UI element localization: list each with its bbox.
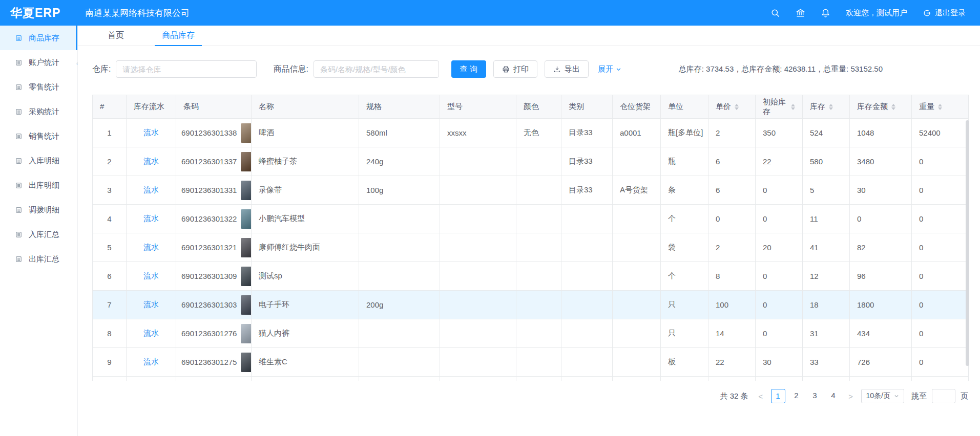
doc-icon [15, 108, 23, 116]
cell-weight: 0 [912, 147, 969, 176]
sidebar-item-purchase-stat[interactable]: 采购统计 [0, 99, 77, 124]
cell-name: 啤酒 [252, 119, 359, 147]
column-label: 仓位货架 [620, 102, 651, 112]
sidebar-item-in-detail[interactable]: 入库明细 [0, 148, 77, 173]
cell-initial: 30 [756, 348, 803, 377]
page-size-select[interactable]: 10条/页 [861, 389, 904, 403]
cell-spec: 200g [359, 291, 440, 319]
cell-model [440, 176, 516, 205]
cell-category [561, 205, 613, 233]
sidebar-item-label: 出库明细 [29, 181, 59, 190]
table-row: 7流水6901236301303电子手环200g只10001818000 [93, 291, 969, 319]
cell-name: 维生素C [252, 348, 359, 377]
stock-flow-link[interactable]: 流水 [143, 329, 159, 337]
sidebar-item-account-stat[interactable]: 账户统计 [0, 50, 77, 75]
sort-carets-icon[interactable] [791, 104, 795, 110]
cell-rack [613, 233, 661, 262]
page-number-2[interactable]: 2 [789, 389, 804, 403]
cell-index: 9 [93, 348, 127, 377]
sidebar-item-in-summary[interactable]: 入库汇总 [0, 222, 77, 247]
print-button[interactable]: 打印 [493, 60, 537, 78]
cell-price: 14 [708, 319, 756, 348]
sidebar-item-out-detail[interactable]: 出库明细 [0, 173, 77, 198]
chevron-down-icon [894, 394, 899, 399]
cell-amount: 434 [850, 319, 912, 348]
cell-index: 7 [93, 291, 127, 319]
page-unit-label: 页 [961, 391, 968, 401]
cell-price: 100 [708, 291, 756, 319]
stock-flow-link[interactable]: 流水 [143, 157, 159, 165]
search-button[interactable]: 查 询 [451, 60, 486, 78]
stock-flow-link[interactable]: 流水 [143, 300, 159, 309]
search-icon[interactable] [770, 8, 780, 18]
cell-stock: 33 [803, 348, 850, 377]
stock-flow-link[interactable]: 流水 [143, 271, 159, 280]
cell-barcode: 6901236301337 [176, 147, 252, 176]
cell-unit: 袋 [661, 233, 708, 262]
page-number-4[interactable]: 4 [826, 389, 841, 403]
column-header-price[interactable]: 单价 [708, 95, 756, 119]
sort-carets-icon[interactable] [735, 104, 739, 110]
product-thumbnail [241, 353, 251, 372]
chevron-down-icon [616, 67, 621, 72]
stock-flow-link[interactable]: 流水 [143, 128, 159, 137]
stock-flow-link[interactable]: 流水 [143, 214, 159, 223]
sidebar-item-transfer-detail[interactable]: 调拨明细 [0, 198, 77, 222]
table-row: 4流水6901236301322小鹏汽车模型个001100 [93, 205, 969, 233]
prev-page-button[interactable]: < [756, 392, 766, 401]
cell-color [516, 147, 561, 176]
bell-icon[interactable] [821, 8, 830, 18]
column-header-stock[interactable]: 库存 [803, 95, 850, 119]
column-header-initial[interactable]: 初始库存 [756, 95, 803, 119]
barcode-value: 6901236301338 [181, 128, 237, 137]
page-number-3[interactable]: 3 [808, 389, 822, 403]
expand-link[interactable]: 展开 [598, 64, 621, 74]
cell-amount: 96 [850, 262, 912, 291]
sidebar-item-label: 零售统计 [29, 82, 59, 92]
cell-barcode: 6901236301275 [176, 348, 252, 377]
tab-product-stock[interactable]: 商品库存 [155, 26, 202, 46]
column-header-amount[interactable]: 库存金额 [850, 95, 912, 119]
cell-name: 康师傅红烧牛肉面 [252, 233, 359, 262]
column-header-model: 型号 [440, 95, 516, 119]
cell-stock [803, 377, 850, 382]
cell-category: 目录33 [561, 176, 613, 205]
cell-initial: 0 [756, 319, 803, 348]
cell-index: 5 [93, 233, 127, 262]
cell-spec [359, 377, 440, 382]
sidebar-item-sales-stat[interactable]: 销售统计 [0, 124, 77, 148]
warehouse-select[interactable] [116, 60, 257, 78]
product-thumbnail [241, 152, 251, 171]
sort-carets-icon[interactable] [829, 104, 833, 110]
bank-icon[interactable] [796, 8, 805, 18]
sidebar-item-label: 出库汇总 [29, 254, 59, 264]
column-header-weight[interactable]: 重量 [912, 95, 969, 119]
cell-barcode: 6901236301322 [176, 205, 252, 233]
cell-amount: 3480 [850, 147, 912, 176]
stock-flow-link[interactable]: 流水 [143, 185, 159, 194]
export-button[interactable]: 导出 [545, 60, 589, 78]
cell-unit: 瓶 [661, 147, 708, 176]
next-page-button[interactable]: > [846, 392, 856, 401]
sort-carets-icon[interactable] [891, 104, 895, 110]
stock-flow-link[interactable]: 流水 [143, 243, 159, 251]
cell-unit: 瓶[多单位] [661, 119, 708, 147]
inventory-table-wrap: #库存流水条码名称规格型号颜色类别仓位货架单位单价初始库存库存库存金额重量 1流… [92, 95, 969, 381]
product-info-input[interactable] [314, 60, 439, 78]
printer-icon [502, 66, 510, 73]
stock-flow-link[interactable]: 流水 [143, 357, 159, 366]
cell-barcode: 6901236301321 [176, 233, 252, 262]
page-number-1[interactable]: 1 [771, 389, 785, 403]
logout-button[interactable]: 退出登录 [923, 8, 966, 18]
cell-barcode: 6901236301309 [176, 262, 252, 291]
sort-carets-icon[interactable] [938, 104, 942, 110]
sidebar-item-retail-stat[interactable]: 零售统计 [0, 75, 77, 99]
cell-index: 3 [93, 176, 127, 205]
table-scrollbar[interactable] [966, 120, 969, 366]
sidebar-item-out-summary[interactable]: 出库汇总 [0, 247, 77, 271]
tab-home[interactable]: 首页 [100, 26, 131, 46]
cell-stock-flow: 流水 [127, 205, 176, 233]
jump-page-input[interactable] [932, 389, 955, 403]
sidebar-item-stock[interactable]: 商品库存 [0, 26, 77, 50]
cell-weight: 52400 [912, 119, 969, 147]
